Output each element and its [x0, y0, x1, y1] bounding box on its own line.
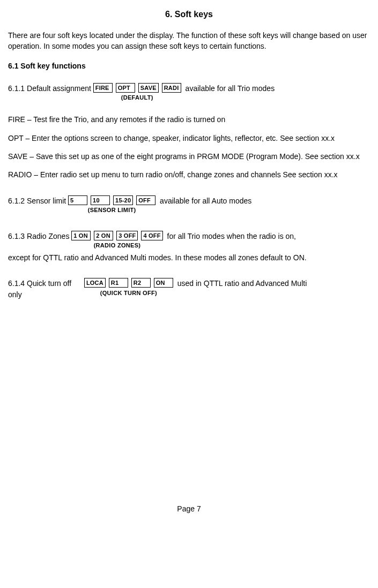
softkey-zone-4: 4 OFF — [141, 231, 162, 240]
softkey-zone-2: 2 ON — [94, 231, 113, 240]
softkey-on: ON — [154, 278, 173, 288]
softkey-save: SAVE — [138, 83, 159, 93]
keygroup-sensor-limit: 5 10 15-20 OFF (SENSOR LIMIT) — [68, 194, 155, 215]
softkey-off: OFF — [136, 195, 155, 205]
trail-6-1-2: available for all Auto modes — [160, 197, 251, 205]
desc-opt: OPT – Enter the options screen to change… — [8, 133, 370, 144]
trail-6-1-1: available for all Trio modes — [186, 84, 275, 93]
lead-6-1-4-line2: only — [8, 290, 22, 299]
caption-default: (DEFAULT) — [93, 94, 181, 102]
trail-6-1-3: for all Trio modes when the radio is on, — [167, 232, 296, 240]
caption-radio-zones: (RADIO ZONES) — [71, 242, 162, 250]
lead-6-1-4: 6.1.4 Quick turn off only — [8, 278, 82, 300]
intro-paragraph: There are four soft keys located under t… — [8, 30, 370, 52]
softkey-zone-1: 1 ON — [71, 231, 91, 240]
caption-quick-turn-off: (QUICK TURN OFF) — [84, 289, 173, 298]
row-6-1-2: 6.1.2 Sensor limit 5 10 15-20 OFF (SENSO… — [8, 195, 370, 215]
desc-radio: RADIO – Enter radio set up menu to turn … — [8, 169, 370, 180]
softkey-fire: FIRE — [93, 83, 113, 93]
softkey-radi: RADI — [162, 83, 181, 93]
cont-6-1-3: except for QTTL ratio and Advanced Multi… — [8, 252, 370, 263]
trail-6-1-4: used in QTTL ratio and Advanced Multi — [177, 279, 307, 288]
desc-save: SAVE – Save this set up as one of the ei… — [8, 151, 370, 162]
desc-fire: FIRE – Test fire the Trio, and any remot… — [8, 114, 370, 125]
softkey-5: 5 — [68, 195, 87, 205]
lead-6-1-1: 6.1.1 Default assignment — [8, 83, 91, 94]
caption-sensor-limit: (SENSOR LIMIT) — [68, 206, 155, 215]
page-footer: Page 7 — [8, 503, 370, 514]
keygroup-radio-zones: 1 ON 2 ON 3 OFF 4 OFF (RADIO ZONES) — [71, 230, 162, 250]
softkey-10: 10 — [91, 195, 110, 205]
lead-6-1-2: 6.1.2 Sensor limit — [8, 195, 66, 206]
softkey-zone-3: 3 OFF — [116, 231, 138, 240]
keygroup-quick-turn-off: LOCA R1 R2 ON (QUICK TURN OFF) — [84, 277, 173, 297]
row-6-1-4: 6.1.4 Quick turn off only LOCA R1 R2 ON … — [8, 278, 370, 300]
softkey-r1: R1 — [109, 278, 128, 288]
section-6-1-heading: 6.1 Soft key functions — [8, 61, 370, 71]
lead-6-1-3: 6.1.3 Radio Zones — [8, 231, 69, 242]
lead-6-1-4-line1: 6.1.4 Quick turn off — [8, 279, 71, 288]
keygroup-default: FIRE OPT SAVE RADI (DEFAULT) — [93, 82, 181, 102]
softkey-15-20: 15-20 — [113, 195, 133, 205]
row-6-1-1: 6.1.1 Default assignment FIRE OPT SAVE R… — [8, 83, 370, 102]
softkey-opt: OPT — [116, 83, 135, 93]
page-title: 6. Soft keys — [8, 8, 370, 20]
softkey-loca: LOCA — [84, 278, 106, 288]
softkey-r2: R2 — [131, 278, 151, 288]
row-6-1-3: 6.1.3 Radio Zones 1 ON 2 ON 3 OFF 4 OFF … — [8, 231, 370, 250]
